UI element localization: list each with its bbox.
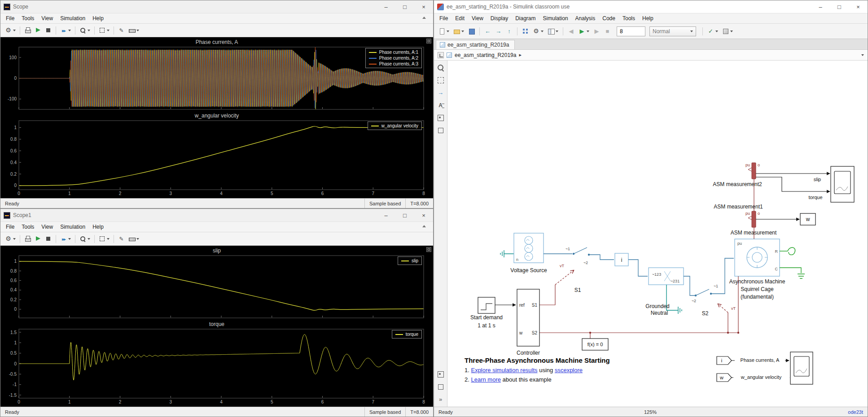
navigate-forward-button[interactable]: → (493, 26, 504, 36)
span-axes-icon[interactable] (97, 234, 111, 243)
plot-legend[interactable]: torque (392, 330, 422, 339)
model-tab[interactable]: ee_asm_starting_R2019a (436, 40, 515, 49)
plot-legend[interactable]: slip (398, 256, 422, 265)
fit-to-view-icon[interactable] (436, 76, 445, 85)
s1-switch-block[interactable] (573, 248, 614, 260)
simulink-titlebar[interactable]: ee_asm_starting_R2019a - Simulink classr… (434, 0, 868, 13)
menu-item-simulation[interactable]: Simulation (57, 14, 89, 23)
run-button[interactable]: ▶ (577, 26, 591, 36)
start-demand-block[interactable] (478, 297, 495, 313)
sscexplore-link[interactable]: sscexplore (555, 367, 583, 374)
wire-vt-s1[interactable] (555, 270, 574, 285)
style-icon[interactable] (116, 234, 127, 243)
scope1-titlebar[interactable]: Scope1 – □ × (0, 209, 433, 222)
menu-item-file[interactable]: File (2, 14, 18, 23)
annotation-icon[interactable]: A (436, 101, 445, 110)
start-demand-sub-label[interactable]: 1 at 1 s (478, 322, 495, 329)
measurements-icon[interactable] (127, 26, 141, 35)
stop-time-field[interactable] (617, 26, 645, 36)
menu-item-simulation[interactable]: Simulation (57, 222, 89, 231)
model-canvas[interactable]: n Voltage Source ~1 ~2 S1 (447, 61, 868, 407)
electrical-reference-block[interactable] (500, 250, 514, 257)
svg-text:Neutral[interactable]: Neutral (651, 310, 668, 316)
run-icon[interactable] (33, 234, 43, 243)
s1-label[interactable]: S1 (574, 287, 581, 293)
step-forward-button[interactable]: ▶ (592, 26, 602, 36)
wire-physical-network[interactable] (539, 276, 738, 333)
zoom-icon[interactable] (78, 234, 92, 243)
menu-item-tools[interactable]: Tools (18, 222, 38, 231)
menu-item-view[interactable]: View (38, 222, 57, 231)
model-browser-button[interactable] (546, 26, 560, 36)
plot-legend[interactable]: Phase currents, A:1Phase currents, A:2Ph… (365, 48, 422, 68)
current-sensor-block[interactable]: i (615, 253, 628, 266)
torque-signal-label[interactable]: torque (808, 195, 822, 200)
machine-label[interactable]: Asynchronous Machine (729, 278, 785, 285)
from-i-block[interactable]: i (717, 356, 732, 365)
breadcrumb-item[interactable]: ee_asm_starting_R2019a (455, 52, 516, 58)
menu-item-view[interactable]: View (468, 14, 487, 23)
navigate-up-button[interactable]: ↑ (504, 26, 514, 36)
zoom-icon[interactable] (436, 63, 445, 72)
wire-i-permute[interactable] (628, 260, 648, 276)
stop-icon[interactable] (43, 26, 53, 35)
area-icon[interactable] (436, 126, 445, 135)
wire-permute-s2[interactable] (684, 276, 695, 295)
settings-gear-icon[interactable] (3, 234, 18, 243)
style-icon[interactable] (116, 26, 127, 35)
measurements-icon[interactable] (127, 234, 141, 243)
voltage-source-label[interactable]: Voltage Source (510, 267, 547, 274)
library-browser-button[interactable] (520, 26, 530, 36)
plot-legend[interactable]: w_angular velocity (368, 122, 422, 130)
open-model-button[interactable] (452, 26, 466, 36)
minimize-button[interactable]: – (811, 0, 830, 13)
s2-switch-block[interactable] (695, 258, 734, 296)
close-button[interactable]: × (414, 0, 433, 13)
status-solver[interactable]: ode23t (848, 409, 863, 415)
asynchronous-machine-block[interactable]: pu R C (735, 239, 780, 276)
menu-item-file[interactable]: File (436, 14, 452, 23)
save-model-button[interactable] (466, 26, 477, 36)
solver-configuration-block[interactable]: f(x) = 0 (582, 339, 608, 350)
build-button[interactable] (720, 26, 735, 36)
asm-measurement2-label[interactable]: ASM measurement2 (713, 181, 762, 187)
menu-item-edit[interactable]: Edit (452, 14, 468, 23)
browser-toggle-icon[interactable] (438, 52, 444, 58)
scope-block-top[interactable] (831, 166, 854, 202)
maximize-button[interactable]: □ (395, 0, 414, 13)
controller-label[interactable]: Controller (517, 350, 540, 356)
menu-item-analysis[interactable]: Analysis (572, 14, 599, 23)
model-configuration-button[interactable] (531, 26, 545, 36)
phase-currents-signal-label[interactable]: Phase currents, A (741, 357, 780, 363)
print-icon[interactable] (22, 234, 33, 243)
step-options-icon[interactable] (58, 234, 73, 243)
menu-item-diagram[interactable]: Diagram (512, 14, 539, 23)
slip-signal-label[interactable]: slip (814, 177, 821, 182)
scope-titlebar[interactable]: Scope – □ × (0, 0, 433, 13)
wire-controller-s1[interactable] (539, 285, 555, 305)
maximize-button[interactable]: □ (395, 209, 414, 222)
print-icon[interactable] (22, 26, 33, 35)
sample-time-icon[interactable] (436, 370, 445, 379)
s2-label[interactable]: S2 (702, 310, 709, 317)
scope-block-bottom[interactable] (790, 352, 813, 384)
model-advisor-button[interactable] (706, 26, 720, 36)
close-button[interactable]: × (849, 0, 868, 13)
voltage-source-block[interactable]: n (514, 233, 544, 263)
schedule-editor-icon[interactable] (436, 382, 445, 391)
run-icon[interactable] (33, 26, 43, 35)
zoom-icon[interactable] (78, 26, 92, 35)
simulation-mode-select[interactable]: Normal (649, 26, 696, 36)
settings-gear-icon[interactable] (3, 26, 18, 35)
asm-measurement-label[interactable]: ASM measurement (731, 230, 777, 236)
start-demand-label[interactable]: Start demand (470, 314, 503, 321)
explore-results-link[interactable]: Explore simulation results (471, 367, 537, 374)
grounded-neutral-block[interactable] (666, 285, 682, 314)
menu-item-simulation[interactable]: Simulation (539, 14, 572, 23)
menu-item-code[interactable]: Code (599, 14, 619, 23)
navigate-back-button[interactable]: ← (482, 26, 493, 36)
minimize-button[interactable]: – (377, 209, 395, 222)
new-model-button[interactable] (437, 26, 451, 36)
collapse-toolbar-icon[interactable] (422, 17, 426, 19)
step-options-icon[interactable] (58, 26, 73, 35)
